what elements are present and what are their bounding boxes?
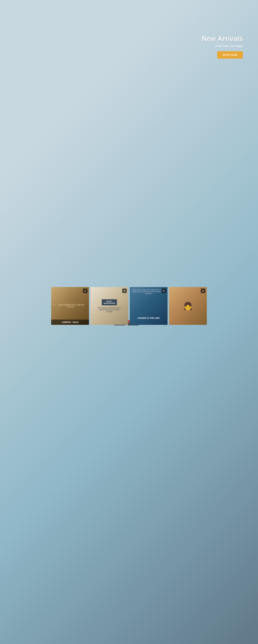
flexi-series-section: FLEXI SERIES ▶ Introducing Beyond Acuity…	[0, 144, 258, 210]
instagram-post[interactable]: 👧 b	[169, 287, 207, 325]
instagram-post[interactable]: FINLEYQUICKSILVER Flexi Glasses that all…	[90, 287, 128, 325]
instagram-post[interactable]: CHANGE IS THE LAW! FEW ARE THOSE WHO SEE…	[130, 287, 168, 325]
instagram-logo-icon: b	[162, 288, 166, 293]
hero-shop-now-button[interactable]: SHOP NOW	[217, 51, 243, 58]
instagram-post[interactable]: " "LIFE IS BEAUTIFUL, LIKE MY STYLE." b …	[51, 287, 89, 325]
hero-title: New Arrivals	[202, 35, 243, 43]
flexi-shop-card: Shop Flexi Series Shop Now	[131, 161, 251, 203]
instagram-caption: LONDON - GOLD	[51, 320, 89, 325]
hero-content: New Arrivals Fresh from Las Vegas SHOP N…	[202, 35, 258, 58]
flexi-grid: ▶ Introducing Beyond Acuity Flexi sungla…	[7, 161, 251, 203]
instagram-logo-icon: b	[83, 288, 87, 293]
instagram-logo-icon: b	[122, 288, 127, 293]
hero-subtitle: Fresh from Las Vegas	[202, 44, 243, 48]
flexi-glasses-background	[131, 161, 251, 203]
instagram-logo-icon: b	[201, 288, 205, 293]
flexi-shop-image	[131, 161, 217, 203]
